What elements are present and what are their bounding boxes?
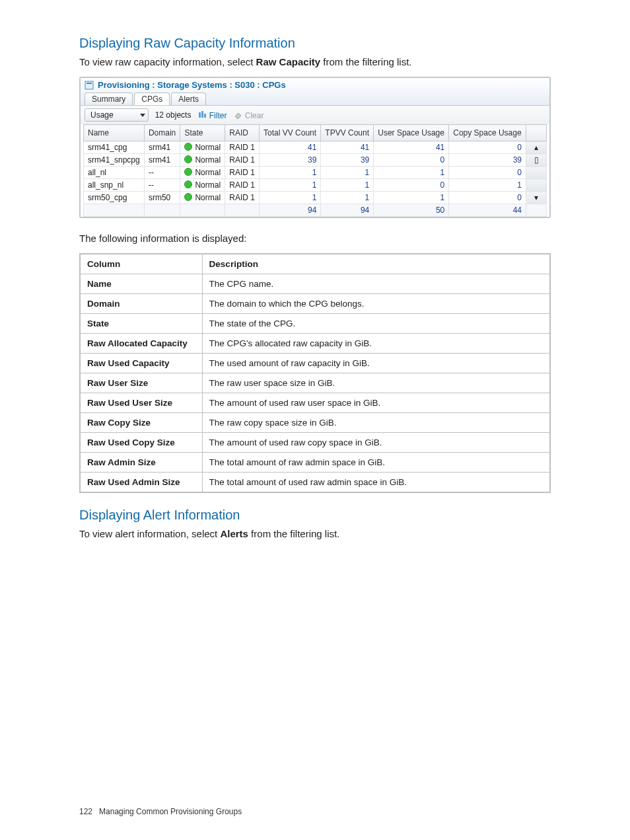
desc-row: Raw Copy SizeThe raw copy space size in … (80, 413, 550, 433)
scrollbar-segment[interactable] (526, 204, 547, 217)
cell-total-vv: 41 (260, 141, 321, 154)
col-copy-space-usage[interactable]: Copy Space Usage (449, 125, 526, 141)
intro-post: from the filtering list. (320, 56, 411, 67)
scrollbar-segment[interactable]: ▴ (526, 141, 547, 154)
scrollbar-segment[interactable]: ▯ (526, 154, 547, 167)
clear-control[interactable]: Clear (233, 110, 263, 120)
cell-raid: RAID 1 (225, 141, 260, 154)
desc-row: Raw Used Copy SizeThe amount of used raw… (80, 433, 550, 453)
filter-icon (197, 110, 207, 120)
cell-tpvv: 1 (321, 167, 374, 179)
intro2-post: from the filtering list. (248, 528, 339, 539)
tab-summary[interactable]: Summary (85, 93, 133, 105)
totals-total-vv: 94 (260, 204, 321, 217)
table-row[interactable]: all_nl--NormalRAID 11110 (84, 167, 547, 179)
scrollbar-track[interactable] (526, 125, 547, 141)
col-tpvv[interactable]: TPVV Count (321, 125, 374, 141)
desc-col-description: The raw user space size in GiB. (202, 373, 550, 393)
cell-copy-space: 0 (449, 141, 526, 154)
cell-name: all_nl (84, 167, 145, 179)
cell-user-space: 41 (374, 141, 449, 154)
cell-tpvv: 1 (321, 192, 374, 204)
cell-user-space: 1 (374, 167, 449, 179)
cpg-grid: Name Domain State RAID Total VV Count TP… (83, 124, 547, 217)
cell-name: srm41_cpg (84, 141, 145, 154)
desc-col-description: The amount of used raw copy space in GiB… (202, 433, 550, 453)
desc-row: Raw Used User SizeThe amount of used raw… (80, 393, 550, 413)
desc-col-description: The CPG's allocated raw capacity in GiB. (202, 334, 550, 354)
cell-name: all_snp_nl (84, 179, 145, 192)
table-row[interactable]: srm41_cpgsrm41NormalRAID 14141410▴ (84, 141, 547, 154)
intro-bold: Raw Capacity (256, 56, 321, 67)
app-title: Provisioning : Storage Systems : S030 : … (98, 80, 286, 90)
filter-control[interactable]: Filter (197, 110, 227, 120)
desc-row: Raw Allocated CapacityThe CPG's allocate… (80, 334, 550, 354)
desc-col-description: The used amount of raw capacity in GiB. (202, 354, 550, 373)
state-dot-icon (184, 155, 192, 163)
col-state[interactable]: State (180, 125, 225, 141)
desc-col-name: Name (80, 274, 202, 294)
desc-col-description: The CPG name. (202, 274, 550, 294)
desc-col-description: The total amount of raw admin space in G… (202, 453, 550, 473)
cell-domain: srm41 (144, 141, 180, 154)
desc-col-description: The amount of used raw user space in GiB… (202, 393, 550, 413)
col-raid[interactable]: RAID (225, 125, 260, 141)
cell-copy-space: 39 (449, 154, 526, 167)
state-dot-icon (184, 180, 192, 188)
cell-state: Normal (180, 192, 225, 204)
col-total-vv[interactable]: Total VV Count (260, 125, 321, 141)
totals-blank (180, 204, 225, 217)
desc-col-name: Raw Allocated Capacity (80, 334, 202, 354)
table-row[interactable]: srm50_cpgsrm50NormalRAID 11110▾ (84, 192, 547, 204)
tab-alerts[interactable]: Alerts (171, 93, 206, 105)
scrollbar-segment[interactable]: ▾ (526, 192, 547, 204)
cell-domain: srm41 (144, 154, 180, 167)
tab-cpgs[interactable]: CPGs (134, 93, 170, 105)
cell-domain: srm50 (144, 192, 180, 204)
totals-blank (84, 204, 145, 217)
svg-rect-0 (85, 81, 93, 89)
intro-alert-info: To view alert information, select Alerts… (79, 528, 551, 539)
tabs-row: Summary CPGs Alerts (85, 93, 545, 105)
desc-col-name: Raw Admin Size (80, 453, 202, 473)
cell-raid: RAID 1 (225, 167, 260, 179)
cell-name: srm50_cpg (84, 192, 145, 204)
desc-col-description: The state of the CPG. (202, 314, 550, 334)
toolbar: Usage 12 objects Filter Clear (81, 105, 549, 124)
col-user-space-usage[interactable]: User Space Usage (374, 125, 449, 141)
cell-tpvv: 1 (321, 179, 374, 192)
cell-domain: -- (144, 167, 180, 179)
desc-col-description: The raw copy space size in GiB. (202, 413, 550, 433)
cell-raid: RAID 1 (225, 179, 260, 192)
cell-user-space: 1 (374, 192, 449, 204)
state-dot-icon (184, 168, 192, 176)
cell-copy-space: 0 (449, 167, 526, 179)
cell-copy-space: 0 (449, 192, 526, 204)
svg-marker-5 (235, 113, 241, 119)
totals-row: 94945044 (84, 204, 547, 217)
state-dot-icon (184, 143, 192, 151)
intro-pre: To view raw capacity information, select (79, 56, 256, 67)
totals-copy: 44 (449, 204, 526, 217)
cell-name: srm41_snpcpg (84, 154, 145, 167)
cell-state: Normal (180, 179, 225, 192)
col-domain[interactable]: Domain (144, 125, 180, 141)
chevron-down-icon (140, 114, 145, 117)
desc-row: Raw Used CapacityThe used amount of raw … (80, 354, 550, 373)
table-row[interactable]: all_snp_nl--NormalRAID 11101 (84, 179, 547, 192)
col-name[interactable]: Name (84, 125, 145, 141)
scrollbar-segment[interactable] (526, 179, 547, 192)
app-screenshot: Provisioning : Storage Systems : S030 : … (79, 77, 551, 218)
cell-state: Normal (180, 141, 225, 154)
footer-title: Managing Common Provisioning Groups (99, 807, 242, 816)
desc-col-description: The domain to which the CPG belongs. (202, 294, 550, 314)
column-description-table: Column Description NameThe CPG name.Doma… (79, 253, 551, 493)
cell-raid: RAID 1 (225, 154, 260, 167)
table-row[interactable]: srm41_snpcpgsrm41NormalRAID 13939039▯ (84, 154, 547, 167)
desc-row: NameThe CPG name. (80, 274, 550, 294)
desc-col-name: Domain (80, 294, 202, 314)
eraser-icon (233, 110, 242, 120)
filter-dropdown[interactable]: Usage (85, 108, 149, 122)
scrollbar-segment[interactable] (526, 167, 547, 179)
intro2-pre: To view alert information, select (79, 528, 220, 539)
